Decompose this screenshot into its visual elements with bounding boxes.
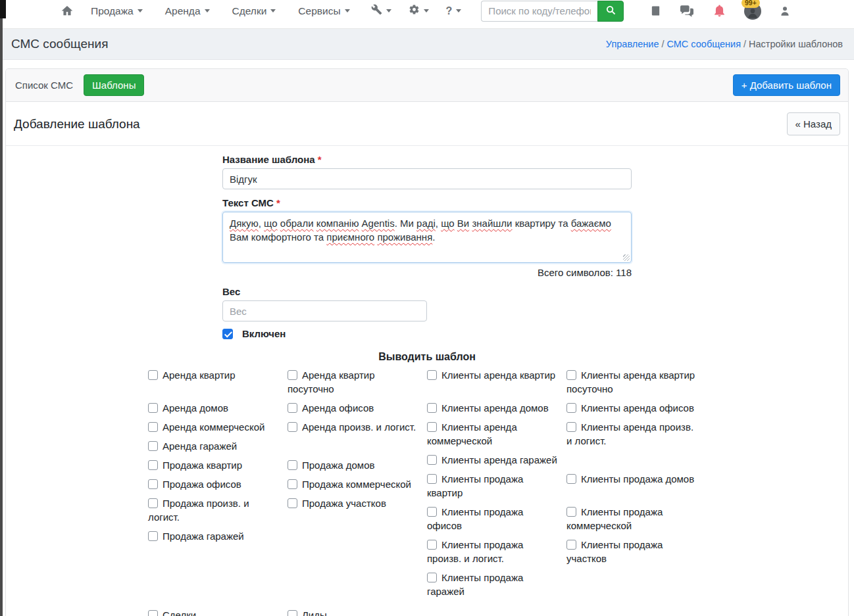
checkbox-unchecked-icon[interactable] [566, 507, 576, 517]
checkbox-unchecked-icon[interactable] [427, 507, 437, 517]
checkbox-unchecked-icon[interactable] [566, 403, 576, 413]
nav-menu-item[interactable]: Продажа [91, 5, 143, 17]
scope-checkbox[interactable]: Клиенты аренда квартир посуточно [566, 368, 698, 396]
scope-checkbox[interactable]: Клиенты аренда коммерческой [427, 420, 559, 448]
checkbox-unchecked-icon[interactable] [148, 422, 158, 432]
checkbox-unchecked-icon[interactable] [288, 422, 297, 432]
nav-menu-item[interactable]: Сервисы [298, 5, 349, 17]
scope-checkbox[interactable]: Аренда домов [148, 401, 280, 415]
scope-checkbox[interactable]: Аренда офисов [288, 401, 419, 415]
chat-icon[interactable] [679, 5, 695, 18]
checkbox-unchecked-icon[interactable] [148, 460, 158, 470]
nav-menu-item[interactable]: Сделки [232, 5, 276, 17]
nav-menu-item[interactable]: Аренда [165, 5, 210, 17]
scope-checkbox[interactable]: Сделки [148, 608, 280, 616]
scope-checkbox[interactable]: Продажа домов [288, 458, 419, 472]
chevron-down-icon [138, 9, 143, 12]
scope-checkbox[interactable]: Аренда квартир посуточно [288, 368, 419, 396]
scope-checkbox[interactable]: Клиенты продажа участков [566, 538, 698, 565]
sms-text-fragment: . [432, 231, 435, 243]
scope-checkbox[interactable]: Аренда коммерческой [148, 420, 280, 434]
scope-checkbox[interactable]: Клиенты продажа произв. и логист. [427, 538, 559, 565]
sms-text-input[interactable]: Дякую, що обрали компанію Agentis. Ми ра… [222, 212, 632, 263]
scope-checkbox[interactable]: Продажа офисов [148, 477, 280, 491]
scope-checkbox[interactable]: Клиенты аренда офисов [566, 401, 698, 415]
breadcrumb-link[interactable]: СМС сообщения [666, 39, 741, 49]
checkbox-unchecked-icon[interactable] [148, 479, 158, 489]
scope-checkbox[interactable]: Клиенты аренда гаражей [427, 453, 559, 467]
checkbox-unchecked-icon[interactable] [427, 474, 437, 484]
template-name-input[interactable] [222, 168, 632, 189]
weight-input[interactable] [222, 300, 427, 321]
checkbox-unchecked-icon[interactable] [566, 540, 576, 550]
checkbox-unchecked-icon[interactable] [566, 370, 576, 380]
checkbox-unchecked-icon[interactable] [148, 403, 158, 413]
scope-checkbox[interactable]: Клиенты аренда домов [427, 401, 559, 415]
tab-sms-list[interactable]: Список СМС [15, 80, 73, 91]
checkbox-unchecked-icon[interactable] [148, 531, 158, 541]
enabled-checkbox[interactable]: Включен [222, 328, 632, 339]
search-button[interactable] [597, 1, 624, 22]
user-avatar[interactable]: 99+ [744, 3, 761, 20]
checkbox-unchecked-icon[interactable] [566, 474, 576, 484]
checkbox-unchecked-icon[interactable] [148, 610, 158, 616]
add-template-button[interactable]: + Добавить шаблон [733, 74, 840, 96]
scope-checkbox[interactable]: Клиенты продажа коммерческой [566, 505, 698, 533]
scope-grid-cell: Аренда квартир посуточно [288, 368, 427, 396]
checkbox-unchecked-icon[interactable] [427, 422, 437, 432]
checkbox-unchecked-icon[interactable] [427, 455, 437, 465]
scope-checkbox-label: Клиенты аренда произв. и логист. [566, 421, 693, 446]
checkbox-checked-icon[interactable] [222, 329, 233, 339]
home-icon[interactable] [61, 5, 74, 17]
scope-checkbox-label: Продажа офисов [163, 479, 241, 490]
checkbox-unchecked-icon[interactable] [288, 370, 297, 380]
sms-text-fragment: . Ми [395, 218, 416, 229]
scope-grid-cell: Клиенты продажа квартир [427, 472, 566, 500]
checkbox-unchecked-icon[interactable] [148, 498, 158, 508]
help-menu[interactable]: ? [446, 5, 462, 17]
scope-grid-cell: Клиенты аренда квартир посуточно [566, 368, 706, 396]
breadcrumb-link[interactable]: Управление [606, 39, 659, 49]
tab-templates-active[interactable]: Шаблоны [84, 74, 144, 96]
checkbox-unchecked-icon[interactable] [288, 403, 297, 413]
checkbox-unchecked-icon[interactable] [288, 460, 297, 470]
scope-checkbox[interactable]: Клиенты продажа домов [566, 472, 698, 486]
checkbox-unchecked-icon[interactable] [288, 498, 297, 508]
checkbox-unchecked-icon[interactable] [566, 422, 576, 432]
scope-checkbox[interactable]: Продажа произв. и логист. [148, 496, 280, 524]
resize-grip[interactable] [623, 254, 630, 261]
sms-text-fragment: , [436, 218, 441, 229]
scope-checkbox[interactable]: Клиенты аренда произв. и логист. [566, 420, 698, 448]
scope-checkbox[interactable]: Продажа коммерческой [288, 477, 419, 491]
checkbox-unchecked-icon[interactable] [427, 403, 437, 413]
scope-checkbox[interactable]: Клиенты аренда квартир [427, 368, 559, 382]
wrench-menu[interactable] [371, 4, 391, 18]
scope-checkbox[interactable]: Клиенты продажа офисов [427, 505, 559, 533]
scope-grid-left: Аренда квартирАренда квартир посуточноАр… [148, 368, 427, 598]
profile-icon[interactable] [779, 5, 791, 17]
settings-menu[interactable] [409, 4, 429, 18]
scope-checkbox[interactable]: Аренда гаражей [148, 439, 280, 453]
checkbox-unchecked-icon[interactable] [427, 540, 437, 550]
checkbox-unchecked-icon[interactable] [427, 370, 437, 380]
scope-checkbox[interactable]: Продажа участков [288, 496, 419, 510]
journal-icon[interactable] [650, 5, 661, 17]
scope-checkbox[interactable]: Клиенты продажа квартир [427, 472, 559, 500]
checkbox-unchecked-icon[interactable] [148, 441, 158, 451]
scope-checkbox[interactable]: Продажа квартир [148, 458, 280, 472]
scope-checkbox[interactable]: Лиды [288, 608, 419, 616]
scope-checkbox[interactable]: Аренда произв. и логист. [288, 420, 419, 434]
back-button[interactable]: « Назад [787, 112, 841, 135]
panel-header: Добавление шаблона « Назад [6, 102, 848, 146]
scope-checkbox-grid: Аренда квартирАренда квартир посуточноАр… [148, 368, 706, 616]
search-input[interactable] [481, 1, 597, 22]
checkbox-unchecked-icon[interactable] [427, 573, 437, 582]
scope-checkbox[interactable]: Клиенты продажа гаражей [427, 571, 559, 598]
checkbox-unchecked-icon[interactable] [288, 610, 297, 616]
checkbox-unchecked-icon[interactable] [288, 479, 297, 489]
checkbox-unchecked-icon[interactable] [148, 370, 158, 380]
scope-checkbox[interactable]: Продажа гаражей [148, 529, 280, 543]
scope-grid-cell: Клиенты аренда гаражей [427, 453, 566, 467]
notifications-bell-icon[interactable] [713, 4, 726, 18]
scope-checkbox[interactable]: Аренда квартир [148, 368, 280, 382]
